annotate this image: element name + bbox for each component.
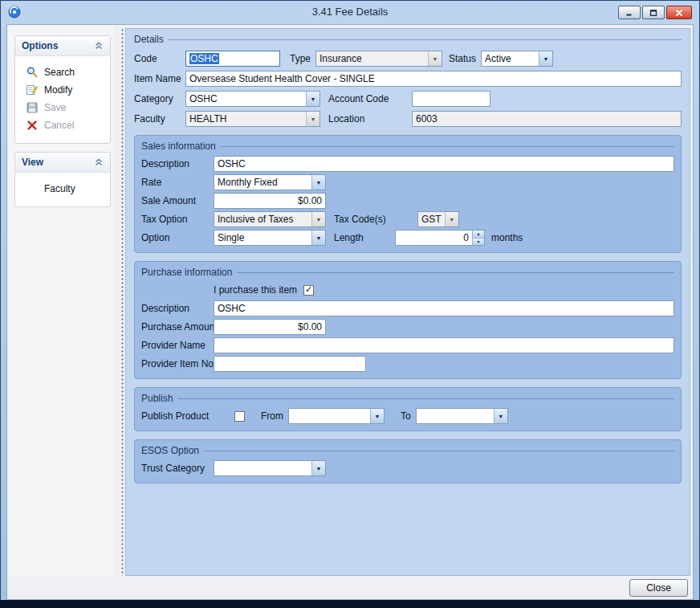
sales-section: Sales information Description OSHC Rate …	[134, 135, 682, 253]
sidebar-item-faculty[interactable]: Faculty	[15, 180, 110, 198]
faculty-label: Faculty	[134, 113, 185, 124]
options-panel: Options Search Modify	[14, 35, 111, 144]
purchase-section-title: Purchase information	[141, 265, 674, 280]
purchase-description-input[interactable]: OSHC	[214, 300, 674, 316]
tax-option-label: Tax Option	[141, 214, 214, 225]
chevron-down-icon[interactable]: ▼	[306, 92, 319, 106]
rate-label: Rate	[141, 177, 214, 188]
save-icon	[26, 101, 39, 114]
view-items: Faculty	[15, 173, 110, 206]
details-section-title: Details	[134, 32, 682, 47]
description-label: Description	[141, 158, 214, 169]
length-unit-label: months	[491, 232, 523, 243]
publish-to-select[interactable]: ▼	[416, 408, 508, 424]
sales-description-input[interactable]: OSHC	[214, 156, 674, 172]
code-input[interactable]: OSHC	[185, 51, 280, 67]
sidebar-item-label: Cancel	[44, 120, 74, 131]
provider-name-input[interactable]	[214, 337, 674, 353]
publish-section: Publish Publish Product ✓ From ▼ To ▼	[134, 387, 682, 431]
sidebar-item-label: Search	[44, 67, 75, 78]
purchase-amount-label: Purchase Amount	[141, 321, 214, 333]
provider-item-no-label: Provider Item No	[141, 358, 214, 369]
length-spinner[interactable]: 0 ▲ ▼	[395, 230, 485, 246]
faculty-select[interactable]: HEALTH ▼	[185, 111, 320, 127]
sidebar-item-search[interactable]: Search	[15, 63, 110, 81]
collapse-icon[interactable]	[94, 41, 104, 51]
location-label: Location	[328, 113, 412, 124]
trust-category-select[interactable]: ▼	[214, 460, 326, 476]
fee-details-window: 3.41 Fee Details Options	[0, 0, 700, 608]
rate-select[interactable]: Monthly Fixed ▼	[214, 174, 326, 190]
sidebar-item-label: Save	[44, 102, 66, 113]
account-code-label: Account Code	[328, 93, 412, 104]
code-label: Code	[134, 53, 185, 64]
account-code-input[interactable]	[412, 91, 490, 107]
section-title-text: Sales information	[141, 141, 216, 152]
status-label: Status	[449, 53, 476, 64]
section-title-text: Purchase information	[141, 267, 232, 278]
window-controls	[618, 6, 692, 19]
rate-row: Rate Monthly Fixed ▼	[141, 174, 674, 190]
provider-item-no-input[interactable]	[214, 356, 366, 372]
item-name-input[interactable]: Oversease Student Health Cover - SINGLE	[185, 71, 682, 87]
option-select[interactable]: Single ▼	[214, 230, 326, 246]
tax-codes-select[interactable]: GST ▼	[417, 211, 459, 227]
location-input[interactable]: 6003	[412, 111, 682, 127]
view-title: View	[22, 157, 43, 168]
chevron-down-icon[interactable]: ▼	[311, 175, 325, 190]
description-label: Description	[141, 303, 214, 314]
cancel-icon	[26, 119, 39, 132]
options-panel-header[interactable]: Options	[15, 36, 110, 56]
sale-amount-row: Sale Amount $0.00	[141, 193, 674, 209]
splitter[interactable]	[120, 28, 125, 576]
sales-section-title: Sales information	[141, 139, 674, 153]
chevron-down-icon[interactable]: ▼	[428, 51, 442, 66]
publish-product-checkbox[interactable]: ✓	[234, 411, 245, 422]
window-title: 3.41 Fee Details	[0, 0, 700, 24]
sidebar-item-save[interactable]: Save	[15, 99, 110, 116]
publish-from-select[interactable]: ▼	[288, 408, 385, 424]
details-row-2: Item Name Oversease Student Health Cover…	[134, 71, 682, 87]
chevron-down-icon[interactable]: ▼	[539, 51, 552, 66]
main-panel: Details Code OSHC Type Insurance ▼ Statu…	[125, 28, 690, 576]
publish-product-label: Publish Product	[141, 410, 214, 422]
chevron-down-icon[interactable]: ▼	[311, 461, 325, 475]
sale-amount-input[interactable]: $0.00	[214, 193, 326, 209]
collapse-icon[interactable]	[94, 157, 104, 167]
client-area: Options Search Modify	[6, 24, 694, 600]
chevron-down-icon[interactable]: ▼	[494, 409, 507, 423]
tax-option-select[interactable]: Inclusive of Taxes ▼	[214, 211, 326, 227]
window-bottom-edge	[0, 600, 700, 608]
status-select[interactable]: Active ▼	[481, 51, 553, 67]
minimize-button[interactable]	[618, 6, 641, 19]
sidebar-item-cancel[interactable]: Cancel	[15, 116, 110, 134]
chevron-down-icon[interactable]: ▼	[311, 231, 325, 245]
type-select[interactable]: Insurance ▼	[315, 51, 442, 67]
i-purchase-checkbox[interactable]: ✓	[303, 285, 314, 296]
purchase-description-row: Description OSHC	[141, 300, 674, 316]
options-items: Search Modify Save	[15, 56, 110, 143]
chevron-down-icon[interactable]: ▼	[370, 409, 384, 423]
close-button[interactable]: Close	[629, 579, 688, 597]
chevron-down-icon[interactable]: ▼	[306, 112, 319, 126]
purchase-amount-row: Purchase Amount $0.00	[141, 319, 674, 335]
publish-from-label: From	[261, 410, 283, 422]
sidebar-item-label: Faculty	[44, 183, 75, 194]
provider-name-row: Provider Name	[141, 337, 674, 353]
chevron-down-icon[interactable]: ▼	[311, 212, 325, 226]
view-panel-header[interactable]: View	[15, 153, 110, 173]
tax-codes-label: Tax Code(s)	[334, 214, 417, 225]
close-window-button[interactable]	[666, 6, 692, 19]
maximize-button[interactable]	[642, 6, 665, 19]
publish-to-label: To	[401, 410, 411, 422]
category-select[interactable]: OSHC ▼	[185, 91, 320, 107]
length-label: Length	[334, 232, 390, 243]
item-name-label: Item Name	[134, 73, 185, 84]
spinner-down-icon[interactable]: ▼	[473, 238, 484, 246]
esos-section: ESOS Option Trust Category ▼	[134, 439, 682, 484]
chevron-down-icon[interactable]: ▼	[445, 212, 458, 226]
sidebar-item-modify[interactable]: Modify	[15, 81, 110, 99]
purchase-amount-input[interactable]: $0.00	[214, 319, 326, 335]
spinner-up-icon[interactable]: ▲	[473, 231, 484, 238]
details-row-1: Code OSHC Type Insurance ▼ Status Active…	[134, 51, 682, 67]
